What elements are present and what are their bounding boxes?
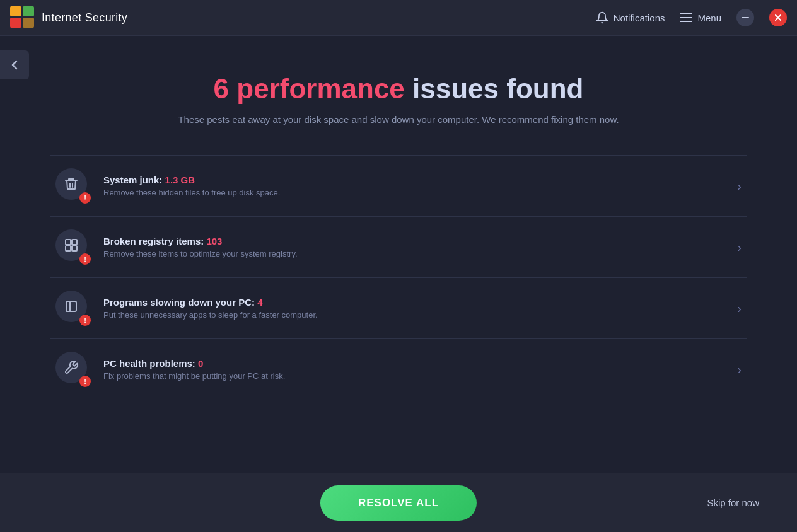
system-junk-badge: ! — [79, 192, 91, 204]
sidebar-toggle[interactable] — [0, 50, 29, 79]
menu-label: Menu — [697, 13, 721, 23]
slowing-programs-text: Programs slowing down your PC: 4 Put the… — [103, 297, 727, 320]
broken-registry-chevron: › — [737, 240, 742, 255]
trash-icon — [64, 176, 79, 192]
pc-health-icon-wrap: ! — [55, 352, 91, 387]
issues-count: 6 — [214, 73, 229, 104]
slowing-programs-value: 4 — [257, 297, 262, 308]
menu-button[interactable]: Menu — [680, 13, 721, 23]
close-button[interactable] — [769, 9, 787, 26]
skip-button[interactable]: Skip for now — [707, 497, 759, 508]
issue-item-slowing-programs[interactable]: ! Programs slowing down your PC: 4 Put t… — [50, 278, 747, 339]
resolve-all-button[interactable]: RESOLVE ALL — [320, 485, 477, 521]
headline-performance: performance — [229, 73, 405, 104]
svg-rect-13 — [66, 301, 70, 311]
slowing-programs-badge: ! — [79, 315, 91, 326]
logo-block-orange — [10, 6, 21, 16]
notifications-button[interactable]: Notifications — [596, 11, 665, 24]
slowing-programs-icon-wrap: ! — [55, 291, 91, 326]
system-junk-value: 1.3 GB — [165, 175, 195, 185]
pc-health-title: PC health problems: 0 — [103, 358, 727, 369]
issue-item-system-junk[interactable]: ! System junk: 1.3 GB Remove these hidde… — [50, 155, 747, 217]
broken-registry-text: Broken registry items: 103 Remove these … — [103, 236, 727, 258]
system-junk-label: System junk: — [103, 175, 162, 185]
broken-registry-title: Broken registry items: 103 — [103, 236, 727, 246]
slowing-programs-title: Programs slowing down your PC: 4 — [103, 297, 727, 308]
svg-rect-8 — [66, 240, 71, 245]
avg-logo — [10, 6, 35, 29]
hamburger-icon — [680, 13, 692, 22]
bell-icon — [596, 11, 608, 24]
pc-health-badge: ! — [79, 376, 91, 387]
logo-block-red — [10, 18, 21, 28]
broken-registry-icon-wrap: ! — [55, 229, 91, 265]
headline-subtitle: These pests eat away at your disk space … — [178, 114, 619, 125]
minimize-button[interactable] — [736, 9, 754, 26]
wrench-icon — [64, 360, 79, 375]
issues-list: ! System junk: 1.3 GB Remove these hidde… — [50, 155, 747, 400]
svg-rect-3 — [742, 17, 749, 18]
system-junk-title: System junk: 1.3 GB — [103, 175, 727, 185]
svg-rect-2 — [680, 21, 692, 22]
svg-rect-1 — [680, 17, 692, 18]
logo-block-green — [23, 6, 34, 16]
issue-item-broken-registry[interactable]: ! Broken registry items: 103 Remove thes… — [50, 217, 747, 278]
pc-health-text: PC health problems: 0 Fix problems that … — [103, 358, 727, 381]
apps-icon — [64, 299, 79, 314]
main-content: 6 performance issues found These pests e… — [0, 36, 797, 400]
registry-icon — [64, 238, 79, 253]
system-junk-text: System junk: 1.3 GB Remove these hidden … — [103, 175, 727, 197]
minimize-icon — [742, 17, 749, 18]
titlebar-right: Notifications Menu — [596, 9, 787, 26]
footer-bar: RESOLVE ALL Skip for now — [0, 473, 797, 532]
svg-rect-12 — [66, 301, 76, 311]
system-junk-chevron: › — [737, 179, 742, 194]
broken-registry-value: 103 — [206, 236, 222, 246]
notifications-label: Notifications — [614, 13, 665, 23]
slowing-programs-desc: Put these unnecessary apps to sleep for … — [103, 310, 727, 320]
chevron-left-icon — [11, 60, 18, 70]
titlebar-left: Internet Security — [10, 6, 127, 29]
svg-rect-0 — [680, 13, 692, 14]
broken-registry-desc: Remove these items to optimize your syst… — [103, 249, 727, 258]
pc-health-label: PC health problems: — [103, 358, 195, 369]
svg-rect-9 — [72, 240, 77, 245]
headline-rest: issues found — [405, 73, 584, 104]
svg-rect-11 — [72, 246, 77, 251]
slowing-programs-chevron: › — [737, 301, 742, 316]
slowing-programs-label: Programs slowing down your PC: — [103, 297, 255, 308]
system-junk-icon-wrap: ! — [55, 168, 91, 204]
pc-health-desc: Fix problems that might be putting your … — [103, 371, 727, 381]
close-icon — [775, 14, 781, 21]
system-junk-desc: Remove these hidden files to free up dis… — [103, 188, 727, 197]
svg-rect-10 — [66, 246, 71, 251]
issue-item-pc-health[interactable]: ! PC health problems: 0 Fix problems tha… — [50, 339, 747, 400]
page-headline: 6 performance issues found — [214, 74, 584, 104]
pc-health-value: 0 — [198, 358, 203, 369]
pc-health-chevron: › — [737, 362, 742, 377]
broken-registry-label: Broken registry items: — [103, 236, 204, 246]
broken-registry-badge: ! — [79, 253, 91, 265]
app-title: Internet Security — [42, 11, 127, 25]
titlebar: Internet Security Notifications Menu — [0, 0, 797, 36]
logo-block-orange2 — [23, 18, 34, 28]
